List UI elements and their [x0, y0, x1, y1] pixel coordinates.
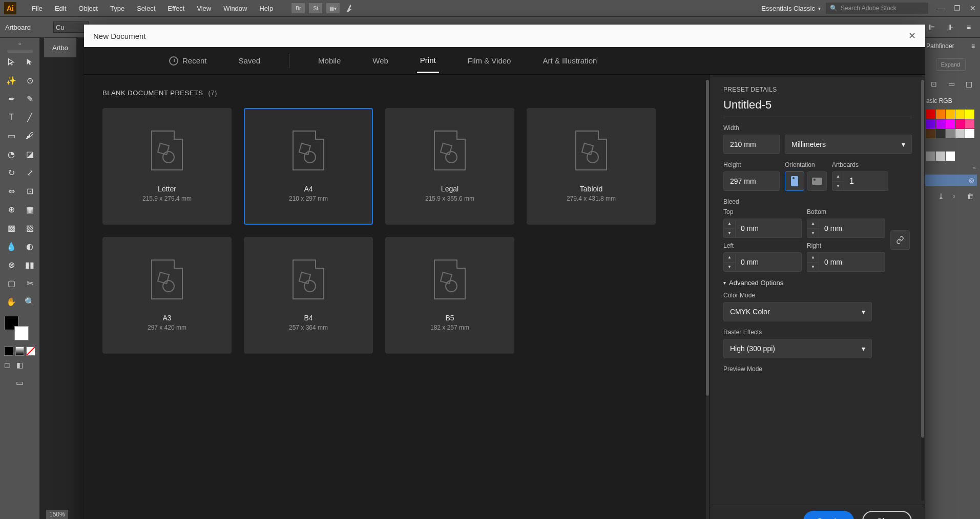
distribute-icon[interactable]: ⊪ — [944, 21, 956, 33]
menu-edit[interactable]: Edit — [49, 5, 72, 12]
swatch[interactable] — [955, 129, 965, 138]
lasso-tool-icon[interactable]: ⊙ — [23, 73, 37, 88]
swatch[interactable] — [926, 152, 935, 161]
window-minimize-icon[interactable]: — — [937, 4, 945, 12]
scale-tool-icon[interactable]: ⤢ — [23, 165, 37, 180]
window-restore-icon[interactable]: ❐ — [954, 4, 961, 12]
menu-help[interactable]: Help — [253, 5, 279, 12]
preset-card-b4[interactable]: B4257 x 364 mm — [244, 237, 373, 354]
panel-collapse-icon[interactable]: « — [921, 163, 980, 172]
layer-locate-icon[interactable]: ⤓ — [938, 192, 947, 201]
swatch[interactable] — [926, 129, 935, 138]
gradient-tool-icon[interactable]: ▧ — [23, 221, 37, 235]
tools-drag-handle[interactable] — [7, 50, 33, 53]
draw-normal-icon[interactable]: ◻ — [4, 361, 13, 370]
selection-tool-icon[interactable] — [4, 55, 18, 69]
panel-icon-pathfinder[interactable]: ◫ — [966, 80, 975, 89]
preset-card-legal[interactable]: Legal215.9 x 355.6 mm — [385, 108, 514, 225]
zoom-status[interactable]: 150% — [46, 510, 68, 519]
layer-new-icon[interactable]: ▫ — [952, 192, 962, 201]
arrange-documents-icon[interactable]: ▦▾ — [326, 3, 340, 13]
bleed-top-input[interactable]: 0 mm — [736, 219, 802, 238]
preset-card-a4[interactable]: A4210 x 297 mm — [244, 108, 373, 225]
fill-stroke-swatch[interactable] — [0, 316, 39, 343]
tab-saved[interactable]: Saved — [236, 49, 264, 72]
tools-collapse-icon[interactable]: « — [0, 41, 39, 47]
presets-scrollbar[interactable] — [706, 80, 709, 519]
swatch[interactable] — [946, 152, 955, 161]
menu-select[interactable]: Select — [131, 5, 161, 12]
pathfinder-expand-button[interactable]: Expand — [936, 58, 966, 71]
magic-wand-tool-icon[interactable]: ✨ — [4, 73, 18, 88]
perspective-tool-icon[interactable]: ▦ — [23, 202, 37, 217]
raster-effects-select[interactable]: High (300 ppi) ▾ — [723, 339, 872, 358]
panel-icon-align[interactable]: ▭ — [948, 80, 957, 89]
swatch[interactable] — [936, 110, 945, 119]
bleed-left-input[interactable]: 0 mm — [736, 252, 802, 272]
tab-film-video[interactable]: Film & Video — [465, 49, 514, 72]
menu-file[interactable]: File — [26, 5, 49, 12]
artboard-tool-icon[interactable]: ▢ — [4, 276, 18, 290]
hand-tool-icon[interactable]: ✋ — [4, 294, 18, 309]
swatch[interactable] — [955, 110, 965, 119]
swatch[interactable] — [965, 110, 974, 119]
advanced-options-toggle[interactable]: ▾ Advanced Options — [723, 279, 912, 287]
width-input[interactable]: 210 mm — [723, 135, 780, 154]
bleed-left-stepper[interactable]: ▲▼ — [723, 252, 736, 272]
layer-row[interactable]: ◎ — [924, 175, 977, 186]
slice-tool-icon[interactable]: ✂ — [23, 276, 37, 290]
bleed-top-stepper[interactable]: ▲▼ — [723, 219, 736, 238]
orientation-portrait-button[interactable] — [785, 171, 804, 191]
stepper-up-icon[interactable]: ▲ — [832, 172, 844, 182]
menu-window[interactable]: Window — [217, 5, 253, 12]
mesh-tool-icon[interactable]: ▩ — [4, 221, 18, 235]
draw-behind-icon[interactable]: ◧ — [16, 361, 26, 370]
artboards-stepper[interactable]: ▲ ▼ — [832, 171, 844, 191]
stepper-down-icon[interactable]: ▼ — [832, 182, 844, 191]
bleed-bottom-stepper[interactable]: ▲▼ — [807, 219, 819, 238]
stock-launcher-icon[interactable]: St — [309, 3, 322, 13]
bleed-link-toggle[interactable] — [890, 230, 910, 250]
panel-icon-transform[interactable]: ⊡ — [931, 80, 940, 89]
layer-target-icon[interactable]: ◎ — [969, 177, 974, 184]
details-scroll-thumb[interactable] — [921, 80, 924, 438]
zoom-tool-icon[interactable]: 🔍 — [23, 294, 37, 309]
rotate-tool-icon[interactable]: ↻ — [4, 165, 18, 180]
color-mode-select[interactable]: CMYK Color ▾ — [723, 302, 872, 321]
units-select[interactable]: Millimeters ▾ — [785, 135, 912, 154]
free-transform-tool-icon[interactable]: ⊡ — [23, 184, 37, 198]
align-icon[interactable]: ⊫ — [926, 21, 938, 33]
preset-card-tabloid[interactable]: Tabloid279.4 x 431.8 mm — [527, 108, 656, 225]
shape-builder-tool-icon[interactable]: ⊕ — [4, 202, 18, 217]
menu-type[interactable]: Type — [104, 5, 131, 12]
width-tool-icon[interactable]: ⇔ — [4, 184, 18, 198]
screen-mode-icon[interactable]: ▭ — [13, 377, 27, 387]
rectangle-tool-icon[interactable]: ▭ — [4, 128, 18, 143]
gpu-icon[interactable] — [344, 3, 357, 13]
presets-scroll-thumb[interactable] — [706, 80, 709, 396]
blend-tool-icon[interactable]: ◐ — [23, 239, 37, 253]
window-close-icon[interactable]: ✕ — [970, 4, 976, 12]
swatch[interactable] — [936, 119, 945, 128]
bleed-bottom-input[interactable]: 0 mm — [819, 219, 885, 238]
create-button[interactable]: Create — [803, 511, 854, 520]
swatches-panel-tab[interactable]: asic RGB — [921, 94, 980, 107]
tab-web[interactable]: Web — [369, 49, 391, 72]
line-tool-icon[interactable]: ╱ — [23, 110, 37, 124]
swatch[interactable] — [965, 119, 974, 128]
swatch[interactable] — [946, 110, 955, 119]
menu-object[interactable]: Object — [72, 5, 104, 12]
document-name-input[interactable]: Untitled-5 — [723, 98, 912, 117]
panel-menu-icon[interactable]: ≡ — [971, 42, 975, 50]
tab-mobile[interactable]: Mobile — [315, 49, 344, 72]
height-input[interactable]: 297 mm — [723, 171, 780, 191]
preset-card-b5[interactable]: B5182 x 257 mm — [385, 237, 514, 354]
paintbrush-tool-icon[interactable]: 🖌 — [23, 128, 37, 143]
swatch[interactable] — [926, 110, 935, 119]
color-solid-icon[interactable] — [4, 347, 13, 356]
menu-effect[interactable]: Effect — [161, 5, 191, 12]
swatch[interactable] — [926, 119, 935, 128]
tab-recent[interactable]: Recent — [166, 49, 210, 73]
workspace-switcher[interactable]: Essentials Classic ▾ — [756, 5, 826, 12]
preset-card-a3[interactable]: A3297 x 420 mm — [102, 237, 232, 354]
